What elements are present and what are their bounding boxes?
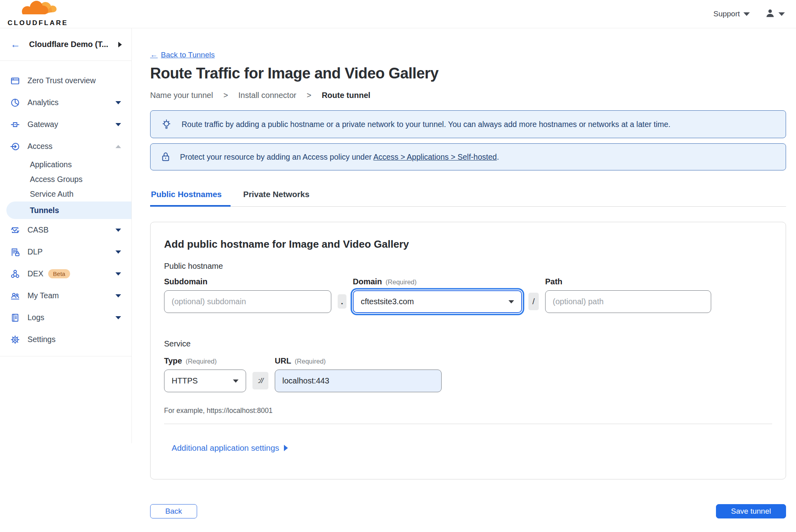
- domain-label: Domain: [353, 277, 382, 286]
- chevron-down-icon: [509, 300, 514, 303]
- sidebar-item-analytics[interactable]: Analytics: [0, 92, 131, 113]
- cloudflare-logo[interactable]: CLOUDFLARE: [8, 1, 68, 27]
- sidebar-item-dlp[interactable]: DLP: [0, 241, 131, 263]
- tab-public-hostnames[interactable]: Public Hostnames: [150, 190, 231, 207]
- save-tunnel-button[interactable]: Save tunnel: [716, 504, 786, 518]
- subdomain-input[interactable]: [164, 290, 331, 313]
- access-applications-self-hosted-link[interactable]: Access > Applications > Self-hosted: [374, 153, 497, 161]
- step-install-connector[interactable]: Install connector: [239, 91, 297, 100]
- chevron-right-icon: [284, 445, 288, 451]
- tip-banner: Route traffic by adding a public hostnam…: [150, 110, 786, 138]
- sidebar-item-tunnels[interactable]: Tunnels: [6, 201, 131, 219]
- wizard-steps: Name your tunnel > Install connector > R…: [150, 91, 786, 100]
- sidebar-item-label: Access: [27, 142, 53, 151]
- chevron-down-icon[interactable]: [115, 250, 121, 254]
- chevron-down-icon[interactable]: [115, 316, 121, 319]
- chevron-down-icon[interactable]: [115, 123, 121, 126]
- banner-text-before: Protect your resource by adding an Acces…: [180, 153, 374, 161]
- top-bar: CLOUDFLARE Support: [0, 0, 796, 28]
- required-note: (Required): [295, 358, 326, 365]
- left-arrow-icon: ←: [150, 51, 158, 59]
- sidebar-item-label: Logs: [27, 313, 44, 322]
- url-column: URL (Required): [275, 356, 442, 392]
- path-label: Path: [545, 277, 562, 286]
- chevron-down-icon[interactable]: [115, 272, 121, 276]
- banner-text-after: .: [497, 153, 499, 161]
- chevron-down-icon[interactable]: [115, 229, 121, 232]
- account-switcher[interactable]: ← Cloudflare Demo (T...: [0, 28, 131, 61]
- domain-selected-value: cftestsite3.com: [361, 297, 414, 306]
- sidebar-item-access-groups[interactable]: Access Groups: [0, 172, 131, 187]
- sidebar-item-label: My Team: [27, 291, 59, 300]
- back-to-tunnels-link[interactable]: ← Back to Tunnels: [150, 51, 215, 59]
- user-menu[interactable]: [765, 8, 785, 20]
- url-label: URL: [275, 356, 291, 366]
- step-name-your-tunnel[interactable]: Name your tunnel: [150, 91, 213, 100]
- tab-private-networks[interactable]: Private Networks: [243, 190, 312, 206]
- public-hostname-card: Add public hostname for Image and Video …: [150, 222, 786, 479]
- sidebar-nav: Zero Trust overview Analytics Gateway: [0, 61, 131, 356]
- tip-banner-text: Route traffic by adding a public hostnam…: [182, 120, 671, 129]
- type-label: Type: [164, 356, 182, 366]
- tab-bar: Public Hostnames Private Networks: [150, 190, 786, 207]
- sidebar-item-service-auth[interactable]: Service Auth: [0, 187, 131, 201]
- account-name: Cloudflare Demo (T...: [29, 40, 118, 49]
- casb-icon: [10, 225, 21, 235]
- chevron-down-icon[interactable]: [115, 294, 121, 297]
- service-type-select[interactable]: HTTPS: [164, 370, 246, 392]
- topbar-right: Support: [713, 8, 785, 20]
- service-group-label: Service: [164, 339, 772, 348]
- sidebar-item-settings[interactable]: Settings: [0, 329, 131, 350]
- gear-icon: [10, 335, 21, 344]
- subdomain-column: Subdomain: [164, 277, 331, 313]
- dot-separator: .: [338, 294, 346, 309]
- access-policy-banner-text: Protect your resource by adding an Acces…: [180, 153, 499, 162]
- page-title: Route Traffic for Image and Video Galler…: [150, 65, 786, 82]
- sidebar-item-label: Settings: [27, 335, 55, 344]
- sidebar-item-applications[interactable]: Applications: [0, 157, 131, 172]
- sidebar-item-access[interactable]: Access: [0, 135, 131, 157]
- back-arrow-icon[interactable]: ←: [10, 39, 20, 49]
- sidebar-item-my-team[interactable]: My Team: [0, 285, 131, 307]
- additional-settings-label: Additional application settings: [172, 443, 279, 453]
- chevron-down-icon[interactable]: [115, 101, 121, 104]
- sidebar-divider: [0, 356, 131, 356]
- user-avatar-icon: [765, 8, 775, 20]
- sidebar-item-label: DLP: [27, 247, 43, 256]
- support-menu[interactable]: Support: [713, 10, 750, 18]
- card-heading: Add public hostname for Image and Video …: [164, 238, 772, 250]
- subdomain-label: Subdomain: [164, 277, 207, 286]
- hostname-field-row: Subdomain . Domain (Required) cftestsite…: [164, 277, 772, 313]
- back-button[interactable]: Back: [150, 504, 197, 518]
- chevron-up-icon[interactable]: [115, 145, 121, 148]
- sidebar-item-dex[interactable]: DEX Beta: [0, 263, 131, 285]
- slash-separator: /: [528, 293, 539, 310]
- dex-network-icon: [10, 269, 21, 279]
- lock-icon: [161, 151, 170, 162]
- sidebar-item-label: Zero Trust overview: [27, 76, 96, 85]
- chevron-right-icon[interactable]: [118, 42, 122, 47]
- sidebar-item-logs[interactable]: Logs: [0, 307, 131, 329]
- path-input[interactable]: [545, 290, 711, 313]
- step-separator: >: [223, 91, 228, 100]
- team-people-icon: [10, 291, 21, 301]
- sidebar-item-zero-trust-overview[interactable]: Zero Trust overview: [0, 70, 131, 92]
- sidebar-item-casb[interactable]: CASB: [0, 219, 131, 241]
- additional-settings-toggle[interactable]: Additional application settings: [172, 443, 288, 453]
- chevron-down-icon: [743, 12, 750, 16]
- overview-window-icon: [10, 76, 21, 86]
- back-link-label: Back to Tunnels: [161, 51, 215, 59]
- public-hostname-group-label: Public hostname: [164, 262, 772, 271]
- sidebar-item-label: Analytics: [27, 98, 59, 107]
- required-note: (Required): [186, 358, 217, 365]
- service-url-input[interactable]: [275, 370, 442, 392]
- sidebar-item-gateway[interactable]: Gateway: [0, 113, 131, 135]
- url-example-hint: For example, https://localhost:8001: [164, 407, 772, 415]
- domain-column: Domain (Required) cftestsite3.com: [353, 277, 522, 313]
- footer-actions: Back Save tunnel: [150, 504, 786, 518]
- card-divider: [164, 424, 772, 424]
- domain-select[interactable]: cftestsite3.com: [353, 290, 522, 313]
- logs-document-icon: [10, 313, 21, 323]
- sidebar-item-label: DEX: [27, 269, 43, 278]
- brand-wordmark: CLOUDFLARE: [8, 19, 68, 27]
